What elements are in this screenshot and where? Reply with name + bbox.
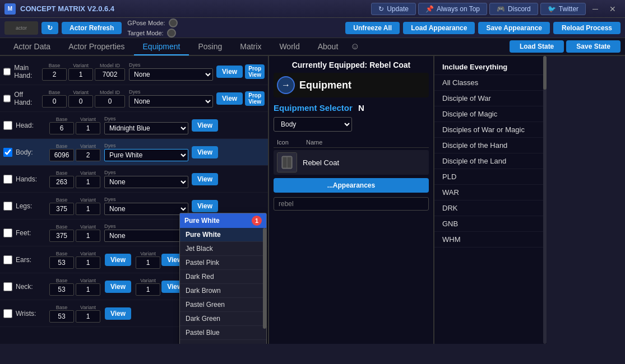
update-button[interactable]: ↻ Update <box>371 3 416 15</box>
class-whm[interactable]: WHM <box>434 232 547 248</box>
body-variant[interactable] <box>76 149 100 161</box>
class-pld[interactable]: PLD <box>434 169 547 185</box>
discord-button[interactable]: 🎮 Discord <box>489 3 538 15</box>
close-button[interactable]: ✕ <box>605 3 621 15</box>
main-hand-view[interactable]: View <box>216 66 243 78</box>
neck-view[interactable]: View <box>105 281 131 293</box>
dye-option-dark-blue[interactable]: Dark Blue <box>180 340 266 344</box>
tab-matrix[interactable]: Matrix <box>231 39 270 55</box>
class-disciple-of-hand[interactable]: Disciple of the Hand <box>434 138 547 153</box>
head-dye[interactable]: Midnight Blue <box>104 122 188 134</box>
ears-variant2[interactable] <box>136 256 160 269</box>
class-drk[interactable]: DRK <box>434 200 547 216</box>
main-hand-dye[interactable]: None <box>129 68 213 81</box>
ears-view[interactable]: View <box>105 254 131 266</box>
hands-view[interactable]: View <box>192 173 218 185</box>
save-state-button[interactable]: Save State <box>566 40 621 53</box>
legs-dye[interactable]: None <box>104 203 188 215</box>
class-disciple-of-magic[interactable]: Disciple of Magic <box>434 106 547 122</box>
off-hand-base[interactable] <box>42 95 67 108</box>
off-hand-view[interactable]: View <box>216 92 243 105</box>
neck-variant[interactable] <box>76 283 100 296</box>
class-all-classes[interactable]: All Classes <box>434 75 547 91</box>
legs-base[interactable] <box>49 203 74 215</box>
class-disciple-of-war[interactable]: Disciple of War <box>434 91 547 106</box>
dye-scrollbar[interactable] <box>263 228 266 329</box>
body-dye[interactable]: Pure White <box>104 149 188 161</box>
body-checkbox[interactable] <box>3 148 12 157</box>
tab-actor-properties[interactable]: Actor Properties <box>59 39 133 55</box>
body-part-select[interactable]: Body <box>274 117 352 132</box>
refresh-icon-button[interactable]: ↻ <box>41 22 58 34</box>
dye-option-dark-brown[interactable]: Dark Brown <box>180 284 266 298</box>
main-hand-checkbox[interactable] <box>3 67 11 76</box>
actor-refresh-button[interactable]: Actor Refresh <box>62 22 122 34</box>
legs-checkbox[interactable] <box>3 202 12 211</box>
load-state-button[interactable]: Load State <box>510 40 564 53</box>
main-hand-prop-view[interactable]: PropView <box>245 64 265 79</box>
unfreeze-all-button[interactable]: Unfreeze All <box>345 22 400 34</box>
wrists-view[interactable]: View <box>105 307 131 320</box>
tab-posing[interactable]: Posing <box>189 39 231 55</box>
off-hand-prop-view[interactable]: PropView <box>245 91 265 106</box>
feet-base[interactable] <box>49 230 74 242</box>
load-appearance-button[interactable]: Load Appearance <box>403 22 475 34</box>
hands-base[interactable] <box>49 176 74 188</box>
dye-option-pure-white[interactable]: Pure White <box>180 228 266 242</box>
right-panel-scrollbar[interactable] <box>543 56 547 344</box>
off-hand-variant[interactable] <box>68 95 93 108</box>
ears-variant[interactable] <box>76 256 100 269</box>
wrists-base[interactable] <box>49 310 74 323</box>
hands-dye[interactable]: None <box>104 176 188 188</box>
class-include-everything[interactable]: Include Everything <box>434 59 547 75</box>
always-on-top-button[interactable]: 📌 Always on Top <box>418 3 487 15</box>
appearances-button[interactable]: ...Appearances <box>274 178 429 193</box>
neck-variant2[interactable] <box>136 283 160 296</box>
save-appearance-button[interactable]: Save Appearance <box>478 22 550 34</box>
head-checkbox[interactable] <box>3 121 12 130</box>
main-hand-model[interactable] <box>95 68 125 81</box>
class-disciple-of-land[interactable]: Disciple of the Land <box>434 153 547 169</box>
tab-world[interactable]: World <box>270 39 308 55</box>
legs-variant[interactable] <box>76 203 100 215</box>
dye-option-jet-black[interactable]: Jet Black <box>180 242 266 256</box>
feet-dye[interactable]: None <box>104 230 188 242</box>
dye-option-pastel-pink[interactable]: Pastel Pink <box>180 256 266 270</box>
off-hand-checkbox[interactable] <box>3 94 11 103</box>
feet-variant[interactable] <box>76 230 100 242</box>
body-view[interactable]: View <box>192 146 218 158</box>
tab-equipment[interactable]: Equipment <box>134 39 189 55</box>
ears-checkbox[interactable] <box>3 255 12 264</box>
hands-checkbox[interactable] <box>3 175 12 184</box>
eq-item-rebel-coat[interactable]: Rebel Coat <box>274 150 429 175</box>
dye-option-dark-green[interactable]: Dark Green <box>180 312 266 326</box>
wrists-checkbox[interactable] <box>3 309 12 318</box>
equipment-search[interactable] <box>274 197 429 211</box>
tab-actor-data[interactable]: Actor Data <box>4 39 59 55</box>
dye-option-pastel-blue[interactable]: Pastel Blue <box>180 326 266 340</box>
reload-process-button[interactable]: Reload Process <box>553 22 621 34</box>
wrists-variant[interactable] <box>76 310 100 323</box>
class-gnb[interactable]: GNB <box>434 216 547 232</box>
hands-variant[interactable] <box>76 176 100 188</box>
tab-about[interactable]: About <box>309 39 348 55</box>
dye-option-pastel-green[interactable]: Pastel Green <box>180 298 266 312</box>
class-war[interactable]: WAR <box>434 185 547 200</box>
body-base[interactable] <box>49 149 74 161</box>
neck-base[interactable] <box>49 283 74 296</box>
dye-option-dark-red[interactable]: Dark Red <box>180 270 266 284</box>
feet-checkbox[interactable] <box>3 228 12 237</box>
minimize-button[interactable]: ─ <box>588 3 603 15</box>
off-hand-dye[interactable]: None <box>129 95 213 108</box>
off-hand-model[interactable] <box>95 95 125 108</box>
ears-base[interactable] <box>49 256 74 269</box>
target-toggle[interactable] <box>167 29 176 38</box>
gpose-toggle[interactable] <box>169 18 178 27</box>
class-disciples-war-magic[interactable]: Disciples of War or Magic <box>434 122 547 138</box>
twitter-button[interactable]: 🐦 Twitter <box>540 3 586 15</box>
head-view[interactable]: View <box>192 119 218 132</box>
head-base[interactable] <box>49 122 74 134</box>
neck-checkbox[interactable] <box>3 282 12 291</box>
main-hand-base[interactable] <box>42 68 67 81</box>
main-hand-variant[interactable] <box>68 68 93 81</box>
